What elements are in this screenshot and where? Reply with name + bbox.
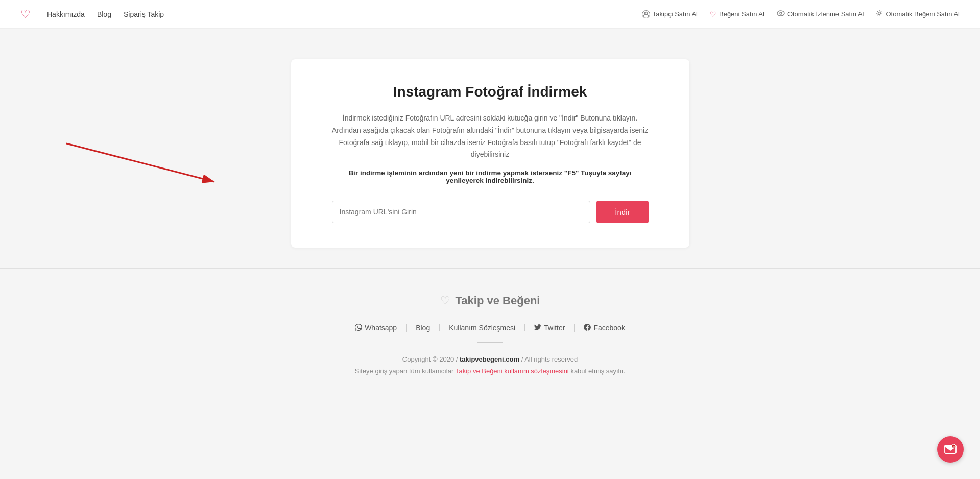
footer-nav-facebook[interactable]: Facebook — [575, 324, 634, 332]
card-title: Instagram Fotoğraf İndirmek — [332, 84, 649, 100]
site-header: ♡ Hakkımızda Blog Sipariş Takip Takipçi … — [0, 0, 980, 29]
pointer-arrow — [61, 138, 225, 191]
footer-heart-icon: ♡ — [440, 294, 450, 307]
footer-terms-link[interactable]: Takip ve Beğeni kullanım sözleşmesini — [456, 367, 569, 375]
footer-nav-whatsapp[interactable]: Whatsapp — [346, 324, 407, 332]
card-note: Bir indirme işleminin ardından yeni bir … — [332, 169, 649, 184]
svg-point-1 — [777, 11, 784, 16]
footer-terms: Siteye giriş yapan tüm kullanıcılar Taki… — [10, 367, 970, 375]
nav-siparis-takip[interactable]: Sipariş Takip — [124, 10, 164, 18]
svg-point-2 — [780, 12, 782, 14]
heart-icon: ♡ — [710, 10, 716, 18]
svg-point-3 — [878, 12, 881, 15]
logo-icon: ♡ — [20, 9, 31, 20]
indir-button[interactable]: İndir — [596, 201, 648, 223]
twitter-icon — [534, 324, 541, 332]
footer-nav-kullanim[interactable]: Kullanım Sözleşmesi — [440, 324, 525, 331]
footer-divider — [477, 342, 503, 343]
footer-site-name: takipvebegeni.com — [460, 355, 519, 363]
svg-line-5 — [66, 143, 214, 182]
nav-blog[interactable]: Blog — [97, 10, 111, 18]
footer-nav: Whatsapp Blog Kullanım Sözleşmesi Twitte… — [10, 324, 970, 332]
footer-brand-name: Takip ve Beğeni — [456, 294, 540, 307]
eye-icon — [777, 10, 785, 18]
service-izlenme[interactable]: Otomatik İzlenme Satın Al — [777, 10, 864, 18]
main-content: Instagram Fotoğraf İndirmek İndirmek ist… — [0, 29, 980, 268]
service-begeni[interactable]: ♡ Beğeni Satın Al — [710, 10, 764, 18]
footer-copyright: Copyright © 2020 / takipvebegeni.com / A… — [10, 355, 970, 363]
service-takipci[interactable]: Takipçi Satın Al — [642, 10, 698, 18]
whatsapp-icon — [355, 324, 362, 332]
url-input[interactable] — [332, 201, 591, 223]
card-form: İndir — [332, 201, 649, 223]
svg-text:@: @ — [953, 445, 955, 448]
card-description: İndirmek istediğiniz Fotoğrafın URL adre… — [332, 112, 649, 161]
main-card: Instagram Fotoğraf İndirmek İndirmek ist… — [291, 59, 689, 248]
header-services: Takipçi Satın Al ♡ Beğeni Satın Al Otoma… — [642, 10, 960, 18]
gear-icon — [876, 10, 883, 18]
site-footer: ♡ Takip ve Beğeni Whatsapp Blog Kullanım… — [0, 269, 980, 395]
service-otomatik-begeni[interactable]: Otomatik Beğeni Satın Al — [876, 10, 960, 18]
floating-contact-button[interactable]: @ — [937, 436, 964, 463]
footer-nav-blog[interactable]: Blog — [407, 324, 440, 331]
main-nav: Hakkımızda Blog Sipariş Takip — [47, 10, 164, 18]
nav-hakkimizda[interactable]: Hakkımızda — [47, 10, 85, 18]
footer-brand: ♡ Takip ve Beğeni — [10, 294, 970, 307]
footer-nav-twitter[interactable]: Twitter — [525, 324, 575, 332]
header-left: ♡ Hakkımızda Blog Sipariş Takip — [20, 9, 164, 20]
user-circle-icon — [642, 10, 650, 18]
facebook-icon — [584, 324, 591, 332]
